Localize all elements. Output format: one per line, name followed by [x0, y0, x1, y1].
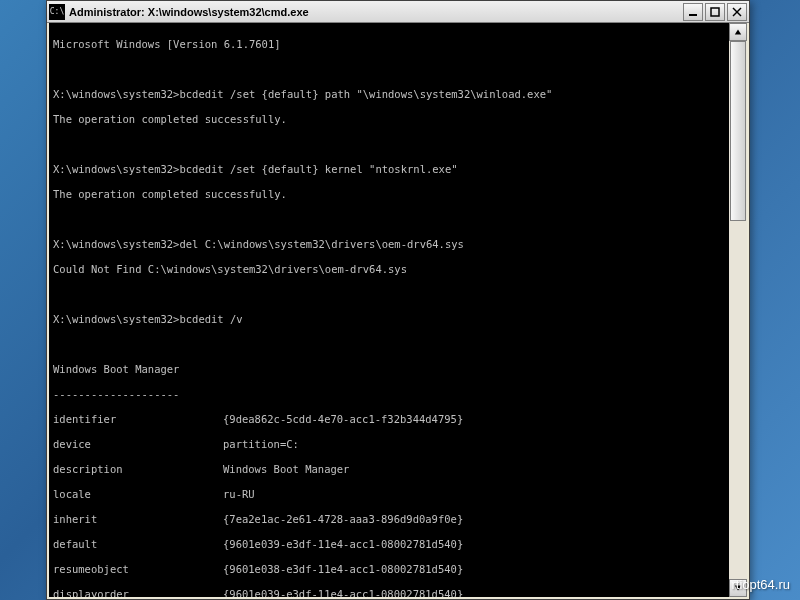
chevron-up-icon	[734, 28, 742, 36]
titlebar[interactable]: C:\ Administrator: X:\windows\system32\c…	[47, 1, 749, 23]
minimize-button[interactable]	[683, 3, 703, 21]
kv-key: identifier	[53, 413, 223, 426]
blank-line	[53, 138, 725, 151]
kv-value: Windows Boot Manager	[223, 463, 349, 476]
output-line: The operation completed successfully.	[53, 188, 725, 201]
svg-marker-4	[735, 30, 741, 35]
kv-key: inherit	[53, 513, 223, 526]
prompt: X:\windows\system32>	[53, 88, 179, 100]
blank-line	[53, 213, 725, 226]
kv-value: {9601e039-e3df-11e4-acc1-08002781d540}	[223, 588, 463, 598]
kv-row: resumeobject{9601e038-e3df-11e4-acc1-080…	[53, 563, 725, 576]
prompt: X:\windows\system32>	[53, 238, 179, 250]
kv-value: {9dea862c-5cdd-4e70-acc1-f32b344d4795}	[223, 413, 463, 426]
cmd-window: C:\ Administrator: X:\windows\system32\c…	[46, 0, 750, 600]
kv-value: {9601e039-e3df-11e4-acc1-08002781d540}	[223, 538, 463, 551]
blank-line	[53, 338, 725, 351]
kv-value: {7ea2e1ac-2e61-4728-aaa3-896d9d0a9f0e}	[223, 513, 463, 526]
prompt: X:\windows\system32>	[53, 163, 179, 175]
scroll-track[interactable]	[729, 41, 747, 579]
kv-key: device	[53, 438, 223, 451]
command-line: X:\windows\system32>del C:\windows\syste…	[53, 238, 725, 251]
maximize-icon	[710, 7, 720, 17]
blank-line	[53, 288, 725, 301]
output-line: Could Not Find C:\windows\system32\drive…	[53, 263, 725, 276]
maximize-button[interactable]	[705, 3, 725, 21]
blank-line	[53, 63, 725, 76]
section-divider: --------------------	[53, 388, 725, 401]
command-line: X:\windows\system32>bcdedit /set {defaul…	[53, 163, 725, 176]
window-title: Administrator: X:\windows\system32\cmd.e…	[69, 6, 683, 18]
kv-row: default{9601e039-e3df-11e4-acc1-08002781…	[53, 538, 725, 551]
watermark: rtiopt64.ru	[731, 577, 790, 592]
version-line: Microsoft Windows [Version 6.1.7601]	[53, 38, 725, 51]
kv-key: locale	[53, 488, 223, 501]
command-text: bcdedit /set {default} kernel "ntoskrnl.…	[179, 163, 457, 175]
scrollbar[interactable]	[729, 23, 747, 597]
minimize-icon	[688, 7, 698, 17]
terminal[interactable]: Microsoft Windows [Version 6.1.7601] X:\…	[49, 23, 747, 597]
close-icon	[732, 7, 742, 17]
command-text: del C:\windows\system32\drivers\oem-drv6…	[179, 238, 463, 250]
kv-value: {9601e038-e3df-11e4-acc1-08002781d540}	[223, 563, 463, 576]
close-button[interactable]	[727, 3, 747, 21]
kv-key: displayorder	[53, 588, 223, 598]
scroll-thumb[interactable]	[730, 41, 746, 221]
scroll-up-button[interactable]	[729, 23, 747, 41]
command-line: X:\windows\system32>bcdedit /set {defaul…	[53, 88, 725, 101]
kv-row: identifier{9dea862c-5cdd-4e70-acc1-f32b3…	[53, 413, 725, 426]
svg-rect-1	[711, 8, 719, 16]
prompt: X:\windows\system32>	[53, 313, 179, 325]
terminal-output: Microsoft Windows [Version 6.1.7601] X:\…	[49, 23, 729, 597]
kv-key: description	[53, 463, 223, 476]
output-line: The operation completed successfully.	[53, 113, 725, 126]
kv-row: inherit{7ea2e1ac-2e61-4728-aaa3-896d9d0a…	[53, 513, 725, 526]
window-controls	[683, 3, 747, 21]
command-line: X:\windows\system32>bcdedit /v	[53, 313, 725, 326]
command-text: bcdedit /set {default} path "\windows\sy…	[179, 88, 552, 100]
kv-row: descriptionWindows Boot Manager	[53, 463, 725, 476]
kv-row: devicepartition=C:	[53, 438, 725, 451]
kv-key: resumeobject	[53, 563, 223, 576]
kv-key: default	[53, 538, 223, 551]
kv-value: partition=C:	[223, 438, 299, 451]
cmd-icon: C:\	[49, 4, 65, 20]
section-title: Windows Boot Manager	[53, 363, 725, 376]
kv-value: ru-RU	[223, 488, 255, 501]
kv-row: displayorder{9601e039-e3df-11e4-acc1-080…	[53, 588, 725, 598]
command-text: bcdedit /v	[179, 313, 242, 325]
kv-row: localeru-RU	[53, 488, 725, 501]
